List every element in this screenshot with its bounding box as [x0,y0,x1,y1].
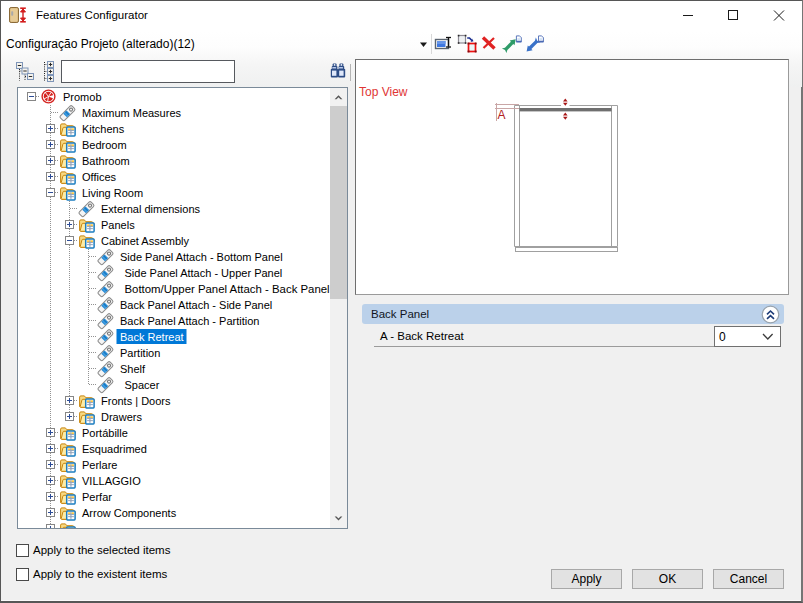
svg-text:Cabinet Assembly: Cabinet Assembly [101,235,190,247]
svg-text:External dimensions: External dimensions [101,203,201,215]
svg-text:Bedroom: Bedroom [82,139,127,151]
svg-text:Perfar: Perfar [82,491,112,503]
svg-text:Fronts | Doors: Fronts | Doors [101,395,171,407]
svg-text:Shelf: Shelf [120,363,146,375]
svg-text:VILLAGGIO: VILLAGGIO [82,475,141,487]
svg-text:Arrow Components: Arrow Components [82,507,177,519]
svg-text:Back Panel Attach - Partition: Back Panel Attach - Partition [120,315,259,327]
svg-text:Offices: Offices [82,171,117,183]
svg-text:Bathroom: Bathroom [82,155,130,167]
svg-text:Promob: Promob [63,91,102,103]
svg-text:Perlare: Perlare [82,459,117,471]
svg-text:Portábille: Portábille [82,427,128,439]
svg-text:Side Panel Attach - Bottom Pan: Side Panel Attach - Bottom Panel [120,251,283,263]
svg-text:Back Retreat: Back Retreat [120,331,184,343]
svg-text:Bottom/Upper Panel Attach - Ba: Bottom/Upper Panel Attach - Back Panel [125,283,330,295]
svg-text:Drawers: Drawers [101,411,142,423]
svg-text:Side Panel Attach - Upper Pane: Side Panel Attach - Upper Panel [125,267,283,279]
svg-text:A: A [498,108,506,122]
svg-text:Kitchens: Kitchens [82,123,125,135]
svg-text:Back Panel Attach - Side Panel: Back Panel Attach - Side Panel [120,299,272,311]
svg-text:Maximum Measures: Maximum Measures [82,107,182,119]
svg-text:Panels: Panels [101,219,135,231]
svg-text:Partition: Partition [120,347,160,359]
svg-text:Living Room: Living Room [82,187,143,199]
svg-text:Spacer: Spacer [125,379,160,391]
svg-text:Esquadrimed: Esquadrimed [82,443,147,455]
